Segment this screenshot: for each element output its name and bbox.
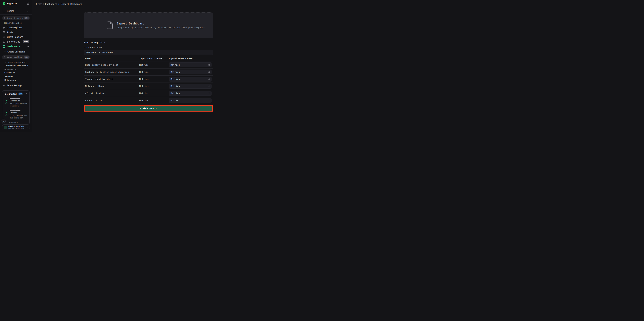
mapped-source-select[interactable]: Metrics [169,84,212,89]
select-value: Metrics [171,78,208,80]
import-dropzone[interactable]: Import Dashboard Drag and drop a JSON fi… [84,12,213,38]
breadcrumb: Create Dashboard>Import Dashboard [36,3,82,5]
chevron-up-icon [27,46,29,47]
sidebar: HyperDX Search Saved Searches ⌘K No save… [0,0,32,132]
breadcrumb-import-dashboard: Import Dashboard [61,3,82,5]
saved-searches-input[interactable]: Saved Searches ⌘K [2,16,30,20]
laptop-icon [3,36,5,38]
dashboards-icon [3,45,5,48]
main-header: Create Dashboard>Import Dashboard [32,0,265,8]
saved-dashboard-item-jvm[interactable]: JVM Metrics Dashboard [0,64,32,67]
preset-item-services[interactable]: Services [0,75,32,78]
step-label: Step 2: Map Data [84,41,213,44]
dashboard-name-input[interactable] [84,50,213,55]
get-started-item-desc: Set up your database connection [10,102,28,107]
saved-dashboards-group[interactable]: SAVED DASHBOARDS [0,61,32,63]
saved-searches-placeholder: Saved Searches [6,17,24,19]
gear-icon [3,84,5,87]
user-texts: dominic.tran@clic... dominic.tran@clickh… [8,125,27,129]
collapse-sidebar-icon[interactable] [27,2,30,5]
table-row: Loaded classes Metrics Metrics [84,97,213,104]
preset-item-kubernetes[interactable]: Kubernetes [0,78,32,82]
team-settings-label: Team Settings [7,84,22,87]
mapped-source-select[interactable]: Metrics [169,62,212,67]
divider [0,49,32,49]
bell-icon [3,31,5,33]
sidebar-item-alerts[interactable]: Alerts [0,30,32,34]
table-header-row: Name Input Source Name Mapped Source Nam… [84,57,213,61]
saved-dashboards-placeholder: Saved Dashboards [6,56,24,58]
search-section-label: Search [7,10,14,12]
dropzone-title: Import Dashboard [117,22,206,25]
select-chevrons-icon [208,78,210,80]
sidebar-section-search[interactable]: Search [0,8,32,13]
mapped-source-select[interactable]: Metrics [169,91,212,96]
get-started-item-title: Create Data Sources [10,109,28,114]
dashboard-name-label: Dashboard Name [84,46,213,49]
unchecked-circle-icon [5,124,8,125]
sidebar-item-service-map[interactable]: Service Map BETA [0,39,32,44]
help-button[interactable]: ? [2,119,6,123]
sidebar-item-label: Dashboards [7,45,20,48]
get-started-header[interactable]: Get Started 2/3 [2,91,30,95]
finish-import-highlight: Finish Import [84,105,213,112]
service-map-icon [3,40,5,43]
get-started-item-sources[interactable]: Create Data Sources Configure where your… [5,109,28,119]
mapped-source-select[interactable]: Metrics [169,69,212,74]
beta-badge: BETA [23,40,29,43]
user-name: dominic.tran@clic... [8,125,27,127]
finish-import-button[interactable]: Finish Import [85,106,212,111]
check-circle-icon [5,112,8,116]
breadcrumb-create-dashboard[interactable]: Create Dashboard [36,3,57,5]
get-started-item-desc: Configure where your data comes from [10,114,28,119]
row-name: Heap memory usage by pool [84,64,140,66]
row-input-source: Metrics [140,64,169,66]
mapped-source-select[interactable]: Metrics [169,98,212,103]
get-started-item-title: Connect to ClickHouse [10,97,28,102]
chevron-up-icon [27,10,29,12]
table-row: Thread count by state Metrics Metrics [84,76,213,83]
row-name: Garbage collection pause duration [84,71,140,73]
avatar: D [4,126,7,129]
progress-badge: 2/3 [18,92,23,95]
row-name: Thread count by state [84,78,140,80]
hyperdx-logo-icon [3,2,6,5]
sidebar-item-label: Service Map [7,40,20,43]
shortcut-badge: ⌘K [24,56,29,58]
preset-item-clickhouse[interactable]: ClickHouse [0,71,32,74]
row-name: Loaded classes [84,99,140,102]
select-value: Metrics [171,92,208,94]
get-started-item-title: Add Data [9,121,28,124]
chevron-up-icon[interactable] [26,93,27,94]
select-chevrons-icon [208,64,210,66]
search-icon [4,17,6,19]
row-input-source: Metrics [140,99,169,102]
dropzone-subtitle: Drag and drop a JSON file here, or click… [117,26,206,29]
table-row: Heap memory usage by pool Metrics Metric… [84,61,213,68]
table-row: Metaspace Usage Metrics Metrics [84,83,213,90]
sidebar-item-team-settings[interactable]: Team Settings [0,83,32,88]
row-input-source: Metrics [140,78,169,80]
mapped-source-select[interactable]: Metrics [169,77,212,81]
chevron-down-icon [4,69,6,70]
user-menu[interactable]: D dominic.tran@clic... dominic.tran@clic… [2,125,30,130]
sidebar-item-chart-explorer[interactable]: Chart Explorer [0,25,32,30]
plus-icon [4,51,6,53]
shortcut-badge: ⌘K [24,17,29,19]
sidebar-item-label: Chart Explorer [7,26,22,29]
breadcrumb-separator: > [58,3,60,5]
main-area: Create Dashboard>Import Dashboard Import… [32,0,265,132]
get-started-item-connect[interactable]: Connect to ClickHouse Set up your databa… [5,97,28,107]
select-chevrons-icon [208,92,210,94]
column-header-input-source: Input Source Name [140,57,169,60]
sidebar-item-dashboards[interactable]: Dashboards [0,44,32,49]
select-chevrons-icon [208,85,210,87]
presets-group[interactable]: PRESETS [0,68,32,70]
get-started-card: Get Started 2/3 Connect to ClickHouse Se… [2,90,30,125]
saved-dashboards-input[interactable]: Saved Dashboards ⌘K [2,55,30,59]
sidebar-item-client-sessions[interactable]: Client Sessions [0,34,32,39]
get-started-item-add-data[interactable]: Add Data Start sending logs, metrics, or… [5,121,28,125]
check-circle-icon [5,100,8,104]
user-email: dominic.tran@clickh... [8,127,27,129]
create-dashboard-button[interactable]: Create Dashboard [0,49,32,54]
